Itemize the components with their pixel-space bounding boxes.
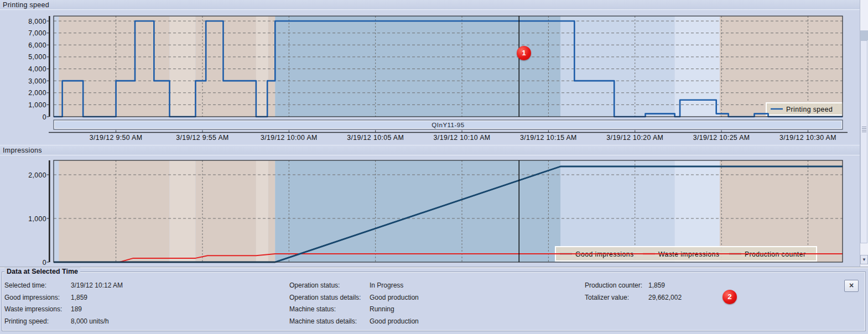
field-value: 1,859 — [648, 281, 665, 289]
x-tick-label: 3/19/12 10:25 AM — [693, 134, 750, 142]
field-value: 8,000 units/h — [71, 317, 109, 325]
data-column-right: Production counter: 1,859 Totalizer valu… — [585, 281, 682, 301]
scrollbar-top-block[interactable] — [860, 30, 868, 40]
data-row: Operation status: In Progress — [289, 281, 419, 289]
x-tick-label: 3/19/12 10:00 AM — [261, 134, 318, 142]
field-value: Good production — [370, 317, 419, 325]
y-tick-label: 1,000 — [28, 215, 46, 223]
status-region — [268, 160, 276, 262]
close-icon: × — [849, 281, 854, 290]
status-region — [54, 16, 59, 117]
application-window: 01,0002,0003,0004,0005,0006,0007,0008,00… — [0, 0, 868, 334]
field-label: Machine status details: — [289, 317, 370, 325]
printing-speed-header: Printing speed — [0, 0, 862, 10]
data-column-middle: Operation status: In Progress Operation … — [289, 281, 419, 325]
status-region — [170, 16, 196, 117]
field-value: Good production — [370, 294, 419, 301]
data-column-left: Selected time: 3/19/12 10:12 AM Good imp… — [4, 281, 123, 325]
data-row: Totalizer value: 29,662,002 — [585, 294, 682, 301]
y-tick-label: 2,000 — [28, 171, 46, 179]
field-label: Machine status: — [289, 305, 370, 313]
annotation-badge-1: 1 — [517, 46, 531, 60]
data-row: Machine status details: Good production — [289, 317, 419, 325]
x-tick-label: 3/19/12 9:55 AM — [176, 134, 229, 142]
status-region — [256, 160, 268, 262]
legend-label: Printing speed — [786, 106, 833, 113]
x-tick-label: 3/19/12 10:30 AM — [779, 134, 836, 142]
data-row: Good impressions: 1,859 — [4, 294, 123, 301]
field-label: Operation status details: — [289, 294, 370, 301]
field-value: 189 — [71, 305, 82, 313]
status-region — [560, 16, 674, 117]
annotation-badge-2: 2 — [723, 290, 737, 304]
data-row: Operation status details: Good productio… — [289, 294, 419, 301]
x-tick-label: 3/19/12 10:05 AM — [347, 134, 404, 142]
x-tick-label: 3/19/12 9:50 AM — [90, 134, 143, 142]
field-label: Totalizer value: — [585, 294, 648, 301]
impressions-title: Impressions — [3, 147, 42, 154]
status-region — [59, 16, 169, 117]
data-at-selected-time-group — [2, 272, 866, 331]
data-row: Production counter: 1,859 — [585, 281, 682, 289]
data-row: Printing speed: 8,000 units/h — [4, 317, 123, 325]
field-label: Selected time: — [4, 281, 71, 289]
printing-speed-title: Printing speed — [3, 1, 49, 9]
y-tick-label: 8,000 — [28, 18, 46, 25]
status-region — [170, 160, 196, 262]
field-label: Printing speed: — [4, 317, 71, 325]
y-tick-label: 0 — [43, 259, 46, 267]
y-tick-label: 3,000 — [28, 77, 46, 85]
status-region — [275, 16, 560, 117]
status-region — [268, 16, 276, 117]
x-tick-label: 3/19/12 10:20 AM — [606, 134, 663, 142]
y-tick-label: 6,000 — [28, 41, 46, 49]
scrollbar-grip-icon — [862, 127, 866, 133]
field-value: 29,662,002 — [648, 294, 682, 301]
field-value: In Progress — [370, 281, 403, 289]
field-label: Operation status: — [289, 281, 370, 289]
field-label: Good impressions: — [4, 294, 71, 301]
y-tick-label: 5,000 — [28, 53, 46, 61]
status-region — [256, 16, 268, 117]
scrollbar-thumb[interactable] — [860, 40, 867, 243]
operation-band-label: QInY11-95 — [432, 122, 464, 128]
chevron-down-icon: ▼ — [862, 257, 866, 262]
y-tick-label: 7,000 — [28, 29, 46, 37]
data-row: Selected time: 3/19/12 10:12 AM — [4, 281, 123, 289]
status-region — [275, 160, 560, 262]
data-row: Waste impressions: 189 — [4, 305, 123, 313]
status-region — [195, 16, 256, 117]
status-region — [720, 16, 843, 117]
x-tick-label: 3/19/12 10:15 AM — [520, 134, 577, 142]
chart-printing-speed[interactable]: 01,0002,0003,0004,0005,0006,0007,0008,00… — [28, 16, 843, 121]
y-tick-label: 2,000 — [28, 89, 46, 97]
status-region — [59, 160, 169, 262]
group-title: Data at Selected Time — [4, 268, 80, 275]
panel-separator — [0, 267, 868, 268]
y-tick-label: 4,000 — [28, 65, 46, 73]
field-value: Running — [370, 305, 394, 313]
y-tick-label: 0 — [43, 113, 46, 121]
impressions-header: Impressions — [0, 145, 862, 155]
status-region — [195, 160, 256, 262]
status-region — [675, 16, 720, 117]
x-tick-label: 3/19/12 10:10 AM — [434, 134, 491, 142]
close-button[interactable]: × — [844, 280, 859, 292]
scrollbar-down-button[interactable]: ▼ — [860, 255, 868, 264]
y-tick-label: 1,000 — [28, 101, 46, 109]
data-row: Machine status: Running — [289, 305, 419, 313]
field-label: Waste impressions: — [4, 305, 71, 313]
field-value: 3/19/12 10:12 AM — [71, 281, 123, 289]
field-value: 1,859 — [71, 294, 87, 301]
field-label: Production counter: — [585, 281, 648, 289]
status-region — [54, 160, 59, 262]
chart-impressions[interactable]: 01,0002,000Good impressionsWaste impress… — [28, 160, 843, 267]
